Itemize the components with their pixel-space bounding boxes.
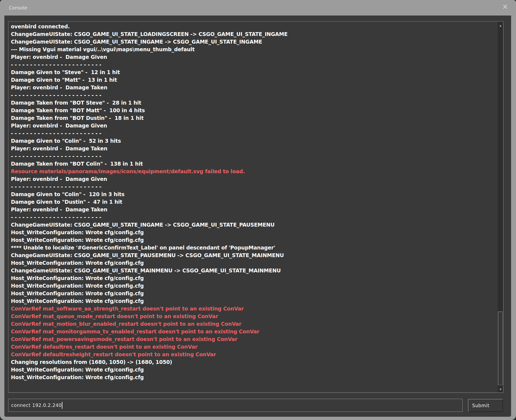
console-line: ovenbird connected. bbox=[11, 23, 495, 30]
console-line: ChangeGameUIState: CSGO_GAME_UI_STATE_IN… bbox=[11, 221, 495, 229]
console-line: Changing resolutions from (1680, 1050) -… bbox=[11, 358, 495, 366]
console-line: - - - - - - - - - - - - - - - - - - - - … bbox=[11, 183, 495, 190]
text-caret bbox=[62, 402, 62, 409]
submit-button-label: Submit bbox=[472, 403, 489, 408]
console-line: Host_WriteConfiguration: Wrote cfg/confi… bbox=[11, 236, 495, 244]
console-window: Console × ovenbird connected.ChangeGameU… bbox=[0, 0, 516, 420]
console-output: ovenbird connected.ChangeGameUIState: CS… bbox=[11, 23, 495, 391]
console-line: ConVarRef mat_powersavingsmode_restart d… bbox=[11, 335, 495, 343]
console-line: Host_WriteConfiguration: Wrote cfg/confi… bbox=[11, 274, 495, 282]
console-line: ChangeGameUIState: CSGO_GAME_UI_STATE_PA… bbox=[11, 251, 495, 259]
console-line: ConVarRef mat_monitorgamma_tv_enabled_re… bbox=[11, 328, 495, 335]
console-line: Player: ovenbird - Damage Given bbox=[11, 53, 495, 61]
submit-button[interactable]: Submit bbox=[468, 399, 503, 412]
console-line: **** Unable to localize '#GenericConfirm… bbox=[11, 244, 495, 251]
close-icon[interactable]: × bbox=[501, 3, 509, 10]
console-line: --- Missing Vgui material vgui/..\vgui\m… bbox=[11, 45, 495, 53]
console-line: Damage Given to "Colin" - 52 in 3 hits bbox=[11, 137, 495, 145]
console-output-box: ovenbird connected.ChangeGameUIState: CS… bbox=[8, 21, 503, 393]
command-input-value: connect 192.0.2.240 bbox=[11, 403, 62, 408]
command-input[interactable]: connect 192.0.2.240 bbox=[8, 399, 463, 412]
console-line: Player: ovenbird - Damage Taken bbox=[11, 84, 495, 91]
console-line: Host_WriteConfiguration: Wrote cfg/confi… bbox=[11, 366, 495, 373]
console-line: Damage Given to "Dustin" - 47 in 1 hit bbox=[11, 198, 495, 206]
console-line: Player: ovenbird - Damage Given bbox=[11, 122, 495, 129]
console-line: - - - - - - - - - - - - - - - - - - - - … bbox=[11, 152, 495, 160]
console-line: Player: ovenbird - Damage Given bbox=[11, 175, 495, 183]
scrollbar[interactable]: ▲ ▼ bbox=[498, 22, 503, 392]
scroll-down-icon[interactable]: ▼ bbox=[498, 386, 503, 392]
console-line: Host_WriteConfiguration: Wrote cfg/confi… bbox=[11, 282, 495, 290]
scroll-up-icon[interactable]: ▲ bbox=[498, 23, 503, 29]
console-line: Damage Taken from "BOT Steve" - 28 in 1 … bbox=[11, 99, 495, 106]
console-line: Player: ovenbird - Damage Taken bbox=[11, 206, 495, 213]
console-line: ConVarRef defaultresheight_restart doesn… bbox=[11, 351, 495, 358]
console-line: Host_WriteConfiguration: Wrote cfg/confi… bbox=[11, 290, 495, 297]
console-line: - - - - - - - - - - - - - - - - - - - - … bbox=[11, 91, 495, 99]
console-line: Damage Taken from "BOT Colin" - 138 in 1… bbox=[11, 160, 495, 168]
console-line: ChangeGameUIState: CSGO_GAME_UI_STATE_LO… bbox=[11, 30, 495, 38]
console-panel: ovenbird connected.ChangeGameUIState: CS… bbox=[4, 16, 511, 417]
console-line: Damage Given to "Steve" - 12 in 1 hit bbox=[11, 68, 495, 76]
console-line: - - - - - - - - - - - - - - - - - - - - … bbox=[11, 213, 495, 221]
title-bar[interactable]: Console × bbox=[0, 0, 516, 16]
console-line: - - - - - - - - - - - - - - - - - - - - … bbox=[11, 61, 495, 68]
console-line: Resource materials/panorama/images/icons… bbox=[11, 168, 495, 175]
console-line: Damage Given to "Colin" - 120 in 3 hits bbox=[11, 190, 495, 198]
console-line: Damage Given to "Matt" - 13 in 1 hit bbox=[11, 76, 495, 84]
console-line: ChangeGameUIState: CSGO_GAME_UI_STATE_MA… bbox=[11, 267, 495, 274]
console-line: Damage Taken from "BOT Matt" - 100 in 4 … bbox=[11, 106, 495, 114]
console-line: ConVarRef mat_software_aa_strength_resta… bbox=[11, 305, 495, 312]
console-line: Player: ovenbird - Damage Taken bbox=[11, 145, 495, 152]
console-line: ConVarRef mat_motion_blur_enabled_restar… bbox=[11, 320, 495, 328]
console-line: Host_WriteConfiguration: Wrote cfg/confi… bbox=[11, 373, 495, 381]
scrollbar-thumb[interactable] bbox=[498, 312, 503, 385]
console-line: Host_WriteConfiguration: Wrote cfg/confi… bbox=[11, 297, 495, 305]
console-line: ChangeGameUIState: CSGO_GAME_UI_STATE_IN… bbox=[11, 38, 495, 45]
console-line: ConVarRef defaultres_restart doesn't poi… bbox=[11, 343, 495, 351]
console-line: - - - - - - - - - - - - - - - - - - - - … bbox=[11, 129, 495, 137]
console-line: ConVarRef mat_queue_mode_restart doesn't… bbox=[11, 312, 495, 320]
console-line: Host_WriteConfiguration: Wrote cfg/confi… bbox=[11, 259, 495, 267]
console-line: Host_WriteConfiguration: Wrote cfg/confi… bbox=[11, 229, 495, 236]
console-line: Damage Taken from "BOT Dustin" - 18 in 1… bbox=[11, 114, 495, 122]
window-title: Console bbox=[9, 5, 28, 11]
